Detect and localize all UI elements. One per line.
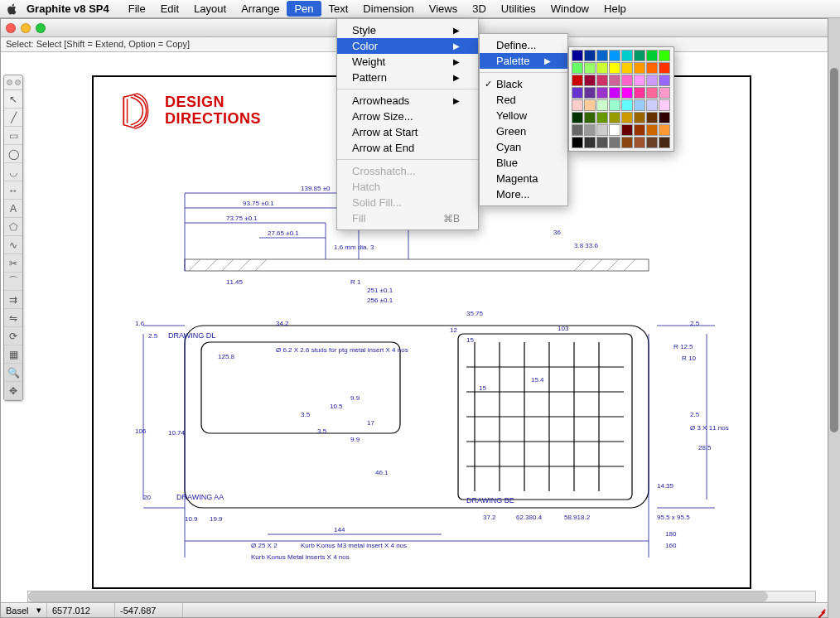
swatch[interactable]	[609, 124, 620, 136]
swatch[interactable]	[659, 87, 670, 99]
color-option-black[interactable]: Black	[480, 76, 567, 92]
swatch[interactable]	[572, 75, 583, 86]
swatch[interactable]	[609, 75, 620, 86]
pen-style[interactable]: Style▶	[337, 22, 478, 38]
menu-views[interactable]: Views	[422, 1, 465, 17]
swatch[interactable]	[646, 87, 658, 99]
swatch[interactable]	[621, 50, 633, 61]
palette-header[interactable]	[4, 75, 22, 90]
swatch[interactable]	[659, 50, 670, 61]
swatch[interactable]	[572, 124, 583, 136]
menu-help[interactable]: Help	[596, 1, 634, 17]
tool-zoom[interactable]: 🔍	[4, 364, 22, 382]
tool-arrow[interactable]: ↖	[4, 90, 22, 109]
menu-text[interactable]: Text	[321, 1, 356, 17]
swatch[interactable]	[634, 50, 645, 61]
swatch[interactable]	[572, 112, 583, 123]
swatch[interactable]	[646, 137, 658, 148]
menu-3d[interactable]: 3D	[465, 1, 494, 17]
swatch[interactable]	[646, 62, 658, 74]
color-option-magenta[interactable]: Magenta	[480, 171, 567, 186]
tool-arc[interactable]: ◡	[4, 163, 22, 181]
color-option-more[interactable]: More...	[480, 186, 567, 202]
swatch[interactable]	[621, 137, 633, 148]
swatch[interactable]	[584, 99, 596, 111]
tool-rect[interactable]: ▭	[4, 127, 22, 145]
color-palette[interactable]: Palette▶	[480, 53, 567, 69]
minimize-button[interactable]	[21, 23, 31, 33]
swatch[interactable]	[572, 50, 583, 61]
color-option-green[interactable]: Green	[480, 123, 567, 139]
swatch[interactable]	[634, 99, 645, 111]
swatch[interactable]	[584, 62, 596, 74]
swatch[interactable]	[646, 124, 658, 136]
color-option-red[interactable]: Red	[480, 92, 567, 108]
swatch[interactable]	[584, 75, 596, 86]
swatch[interactable]	[659, 124, 670, 136]
swatch[interactable]	[596, 87, 608, 99]
swatch[interactable]	[634, 75, 645, 86]
swatch[interactable]	[646, 112, 658, 123]
menu-layout[interactable]: Layout	[186, 1, 234, 17]
color-define[interactable]: Define...	[480, 37, 567, 53]
swatch[interactable]	[596, 137, 608, 148]
swatch[interactable]	[596, 99, 608, 111]
pen-pattern[interactable]: Pattern▶	[337, 70, 478, 85]
swatch[interactable]	[596, 50, 608, 61]
swatch[interactable]	[609, 62, 620, 74]
swatch[interactable]	[621, 62, 633, 74]
swatch[interactable]	[621, 75, 633, 86]
pen-arrow-at-end[interactable]: Arrow at End	[337, 140, 478, 156]
swatch[interactable]	[596, 62, 608, 74]
pen-color[interactable]: Color▶	[337, 38, 478, 54]
swatch[interactable]	[646, 50, 658, 61]
swatch[interactable]	[609, 99, 620, 111]
swatch[interactable]	[634, 137, 645, 148]
tool-mirror[interactable]: ⇋	[4, 309, 22, 327]
tool-hatch[interactable]: ▦	[4, 345, 22, 364]
swatch[interactable]	[584, 87, 596, 99]
swatch[interactable]	[596, 112, 608, 123]
swatch[interactable]	[609, 87, 620, 99]
tool-fillet[interactable]: ⌒	[4, 273, 22, 291]
pen-weight[interactable]: Weight▶	[337, 54, 478, 70]
swatch[interactable]	[572, 62, 583, 74]
swatch[interactable]	[609, 137, 620, 148]
swatch[interactable]	[584, 50, 596, 61]
swatch[interactable]	[634, 62, 645, 74]
swatch[interactable]	[621, 112, 633, 123]
tool-palette[interactable]: ↖╱▭◯◡↔A⬠∿✂⌒⇉⇋⟳▦🔍✥	[3, 75, 23, 401]
tool-poly[interactable]: ⬠	[4, 218, 22, 236]
tool-rotate[interactable]: ⟳	[4, 327, 22, 345]
menu-pen[interactable]: Pen	[287, 1, 321, 17]
tool-pan[interactable]: ✥	[4, 382, 22, 400]
swatch[interactable]	[621, 87, 633, 99]
swatch[interactable]	[621, 99, 633, 111]
menu-edit[interactable]: Edit	[153, 1, 186, 17]
swatch[interactable]	[609, 112, 620, 123]
swatch[interactable]	[621, 124, 633, 136]
tool-dim-h[interactable]: ↔	[4, 181, 22, 200]
horizontal-scrollbar[interactable]	[27, 591, 816, 602]
swatch[interactable]	[634, 124, 645, 136]
outer-scrollbar[interactable]	[828, 18, 840, 618]
tool-text[interactable]: A	[4, 200, 22, 218]
menu-window[interactable]: Window	[543, 1, 596, 17]
color-option-yellow[interactable]: Yellow	[480, 108, 567, 123]
swatch[interactable]	[584, 112, 596, 123]
swatch[interactable]	[584, 137, 596, 148]
tool-circle[interactable]: ◯	[4, 145, 22, 163]
menu-dimension[interactable]: Dimension	[355, 1, 421, 17]
swatch[interactable]	[659, 137, 670, 148]
swatch[interactable]	[659, 75, 670, 86]
resize-grip-icon[interactable]	[814, 604, 828, 617]
tool-line[interactable]: ╱	[4, 109, 22, 127]
color-option-cyan[interactable]: Cyan	[480, 139, 567, 155]
swatch[interactable]	[646, 75, 658, 86]
swatch[interactable]	[659, 62, 670, 74]
swatch[interactable]	[634, 87, 645, 99]
swatch[interactable]	[596, 124, 608, 136]
swatch[interactable]	[572, 87, 583, 99]
swatch[interactable]	[634, 112, 645, 123]
color-option-blue[interactable]: Blue	[480, 155, 567, 171]
